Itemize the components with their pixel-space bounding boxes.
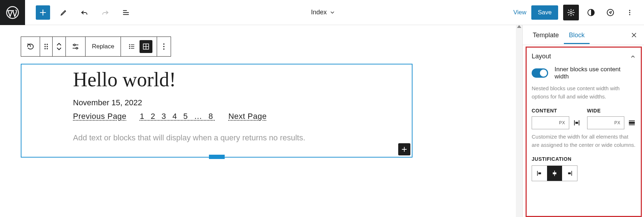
svg-point-14 bbox=[76, 47, 78, 49]
redo-icon bbox=[101, 8, 109, 17]
layout-toggle-desc: Nested blocks use content width with opt… bbox=[532, 85, 636, 101]
wide-width-input[interactable]: PX bbox=[587, 116, 625, 129]
chevron-up-icon[interactable] bbox=[630, 54, 636, 59]
content-width-label: CONTENT bbox=[532, 108, 581, 114]
justification-group bbox=[532, 165, 577, 181]
block-type-button[interactable] bbox=[21, 37, 40, 56]
move-up-down[interactable] bbox=[53, 37, 66, 56]
svg-point-3 bbox=[607, 9, 614, 16]
svg-point-13 bbox=[74, 44, 75, 46]
list-layout-button[interactable] bbox=[125, 40, 138, 53]
top-toolbar: Index View Save bbox=[0, 0, 644, 25]
save-button[interactable]: Save bbox=[531, 5, 558, 20]
svg-rect-22 bbox=[575, 122, 578, 124]
top-left-tools bbox=[25, 5, 133, 20]
edit-tool-button[interactable] bbox=[57, 5, 71, 20]
undo-button[interactable] bbox=[77, 5, 92, 20]
svg-rect-25 bbox=[553, 173, 556, 174]
grid-icon bbox=[142, 43, 150, 50]
contrast-icon bbox=[587, 8, 595, 17]
justify-center-icon bbox=[551, 170, 558, 177]
styles-button[interactable] bbox=[584, 5, 598, 20]
replace-button[interactable]: Replace bbox=[86, 37, 121, 56]
block-more-options[interactable] bbox=[157, 37, 171, 56]
append-block-button[interactable] bbox=[398, 143, 410, 155]
chevron-up-icon bbox=[56, 42, 62, 47]
no-results-placeholder[interactable]: Add text or blocks that will display whe… bbox=[21, 133, 412, 143]
layout-panel: Layout Inner blocks use content width Ne… bbox=[526, 47, 642, 217]
settings-sidebar: Template Block Layout Inner blocks use c… bbox=[522, 25, 644, 217]
grid-layout-button[interactable] bbox=[140, 40, 152, 53]
svg-point-16 bbox=[129, 46, 130, 47]
svg-rect-23 bbox=[629, 122, 635, 124]
close-icon bbox=[631, 32, 637, 38]
tab-block[interactable]: Block bbox=[564, 26, 590, 44]
view-link[interactable]: View bbox=[513, 9, 527, 16]
kebab-icon bbox=[626, 9, 633, 16]
display-settings-button[interactable] bbox=[66, 37, 86, 56]
document-title-dropdown[interactable]: Index bbox=[133, 9, 513, 16]
top-right-tools: View Save bbox=[513, 5, 644, 20]
next-page-link[interactable]: Next Page bbox=[228, 112, 267, 121]
prev-page-link[interactable]: Previous Page bbox=[73, 112, 127, 121]
document-overview-button[interactable] bbox=[119, 5, 133, 20]
svg-point-6 bbox=[629, 14, 630, 15]
svg-point-9 bbox=[44, 46, 46, 47]
navigation-button[interactable] bbox=[603, 5, 618, 20]
chevron-down-icon bbox=[56, 47, 62, 51]
svg-point-4 bbox=[629, 10, 630, 11]
svg-point-7 bbox=[44, 44, 46, 45]
list-icon bbox=[128, 43, 135, 50]
wordpress-icon bbox=[6, 6, 19, 19]
post-date: November 15, 2022 bbox=[21, 98, 412, 107]
width-desc: Customize the width for all elements tha… bbox=[532, 133, 636, 149]
svg-rect-26 bbox=[568, 173, 571, 174]
replace-label: Replace bbox=[92, 43, 114, 50]
add-block-button[interactable] bbox=[36, 5, 50, 20]
view-toggle-group bbox=[121, 37, 157, 56]
resize-handle[interactable] bbox=[209, 155, 225, 159]
wide-width-icon[interactable] bbox=[628, 119, 636, 127]
svg-point-5 bbox=[629, 12, 630, 13]
settings-button[interactable] bbox=[563, 5, 579, 20]
wordpress-logo[interactable] bbox=[0, 0, 25, 25]
svg-point-11 bbox=[44, 48, 46, 49]
layout-panel-title: Layout bbox=[532, 53, 551, 60]
svg-point-21 bbox=[164, 48, 165, 50]
drag-handle[interactable] bbox=[40, 37, 53, 56]
svg-point-20 bbox=[164, 46, 165, 47]
inner-blocks-width-toggle[interactable] bbox=[532, 68, 548, 78]
list-view-icon bbox=[122, 9, 130, 16]
svg-point-17 bbox=[129, 48, 130, 49]
svg-point-15 bbox=[129, 44, 130, 45]
unit-label: PX bbox=[614, 120, 620, 125]
svg-point-1 bbox=[570, 11, 572, 14]
content-width-input[interactable]: PX bbox=[532, 116, 569, 129]
sliders-icon bbox=[72, 43, 79, 50]
plus-icon bbox=[401, 146, 408, 153]
compass-icon bbox=[606, 8, 615, 17]
svg-point-12 bbox=[47, 48, 48, 49]
close-sidebar-button[interactable] bbox=[628, 29, 640, 42]
undo-icon bbox=[80, 8, 89, 17]
drag-icon bbox=[44, 43, 49, 50]
pencil-icon bbox=[60, 9, 68, 16]
more-options-button[interactable] bbox=[623, 5, 637, 20]
query-loop-block[interactable]: Hello world! November 15, 2022 Previous … bbox=[21, 64, 413, 158]
svg-point-10 bbox=[47, 46, 48, 47]
inner-blocks-width-label: Inner blocks use content width bbox=[555, 66, 636, 80]
page-numbers[interactable]: 1 2 3 4 5 … 8 bbox=[140, 112, 215, 121]
query-loop-icon bbox=[26, 43, 35, 50]
document-title: Index bbox=[311, 9, 327, 16]
justify-left-button[interactable] bbox=[532, 166, 547, 181]
redo-button[interactable] bbox=[98, 5, 112, 20]
block-toolbar: Replace bbox=[21, 37, 171, 57]
plus-icon bbox=[39, 9, 47, 16]
justify-center-button[interactable] bbox=[547, 166, 562, 181]
justify-left-icon bbox=[536, 170, 543, 177]
justify-right-button[interactable] bbox=[562, 166, 577, 181]
tab-template[interactable]: Template bbox=[528, 26, 564, 44]
kebab-icon bbox=[163, 43, 165, 50]
content-width-icon[interactable] bbox=[573, 119, 581, 127]
justify-right-icon bbox=[566, 170, 573, 177]
